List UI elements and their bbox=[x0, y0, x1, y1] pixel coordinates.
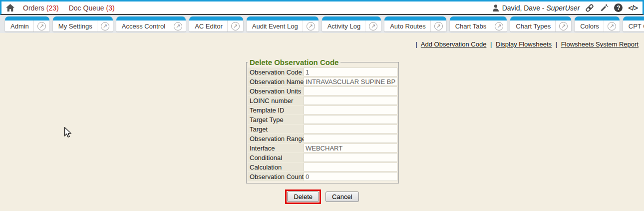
form-row-template-id: Template ID bbox=[248, 106, 397, 114]
tab-accent-bar bbox=[510, 16, 571, 20]
field-value bbox=[304, 115, 397, 124]
tab-my-settings[interactable]: My Settings ↗ bbox=[53, 16, 113, 32]
open-in-new-icon[interactable]: ↗ bbox=[430, 20, 446, 32]
form-row-observation-units: Observation Units bbox=[248, 86, 397, 96]
tab-ac-editor[interactable]: AC Editor ↗ bbox=[189, 16, 243, 32]
form-buttons: Delete Cancel bbox=[246, 190, 398, 204]
field-label: LOINC number bbox=[248, 96, 304, 105]
help-icon[interactable]: ? bbox=[614, 4, 623, 12]
content-area: | Add Observation Code | Display Flowshe… bbox=[0, 33, 644, 211]
form-row-calculation: Calculation bbox=[248, 162, 397, 172]
nav-doc-queue-label: Doc Queue bbox=[69, 4, 104, 12]
link-separator: | bbox=[416, 40, 417, 48]
link-display-flowsheets[interactable]: Display Flowsheets bbox=[496, 40, 552, 48]
tab-colors[interactable]: Colors ↗ bbox=[575, 16, 620, 32]
tab-label: Admin bbox=[10, 22, 29, 30]
nav-doc-queue[interactable]: Doc Queue (3) bbox=[69, 4, 115, 12]
open-in-new-icon[interactable]: ↗ bbox=[303, 20, 319, 32]
link-separator: | bbox=[556, 40, 557, 48]
tab-cpt-codes[interactable]: CPT Codes ↗ bbox=[623, 16, 644, 32]
form-row-observation-range: Observation Range bbox=[248, 134, 397, 143]
field-value bbox=[304, 96, 397, 105]
code-icon[interactable]: </> bbox=[628, 4, 638, 12]
home-button[interactable] bbox=[5, 4, 15, 12]
link-flowsheets-system-report[interactable]: Flowsheets System Report bbox=[561, 40, 639, 48]
magic-wand-icon[interactable] bbox=[600, 4, 609, 12]
tab-accent-bar bbox=[575, 16, 620, 20]
tab-label: Chart Types bbox=[516, 22, 551, 30]
tab-accent-bar bbox=[322, 16, 381, 20]
link-icon[interactable] bbox=[585, 4, 594, 12]
open-in-new-icon[interactable]: ↗ bbox=[365, 20, 381, 32]
tab-accent-bar bbox=[53, 16, 113, 20]
open-in-new-icon[interactable]: ↗ bbox=[170, 20, 186, 32]
user-role-text: SuperUser bbox=[546, 4, 580, 12]
field-value bbox=[304, 106, 397, 114]
tab-label: Auto Routes bbox=[390, 22, 426, 30]
field-label: Calculation bbox=[248, 162, 304, 172]
user-menu[interactable]: David, Dave - SuperUser bbox=[492, 4, 580, 12]
tab-label: My Settings bbox=[58, 22, 92, 30]
field-label: Observation Range bbox=[248, 134, 304, 143]
tab-label: AC Editor bbox=[195, 22, 223, 30]
tab-label: Chart Tabs bbox=[455, 22, 487, 30]
tab-access-control[interactable]: Access Control ↗ bbox=[116, 16, 186, 32]
tab-label: Colors bbox=[580, 22, 599, 30]
nav-orders[interactable]: Orders (23) bbox=[23, 4, 59, 12]
field-label: Conditional bbox=[248, 153, 304, 162]
top-header-bar: Orders (23) Doc Queue (3) David, Dave - … bbox=[0, 0, 644, 15]
tab-accent-bar bbox=[450, 16, 507, 20]
quick-links: | Add Observation Code | Display Flowshe… bbox=[414, 40, 639, 48]
cancel-button[interactable]: Cancel bbox=[325, 192, 358, 202]
field-value: INTRAVASCULAR SUPINE BP bbox=[304, 77, 397, 86]
field-label: Observation Code bbox=[248, 68, 304, 76]
field-value bbox=[304, 153, 397, 162]
link-add-observation-code[interactable]: Add Observation Code bbox=[421, 40, 487, 48]
annotation-highlight: Delete bbox=[285, 190, 321, 204]
field-value bbox=[304, 134, 397, 143]
admin-tab-bar: Admin ↗ My Settings ↗ Access Control ↗ A… bbox=[0, 15, 644, 33]
help-glyph: ? bbox=[617, 4, 620, 12]
field-value: 0 bbox=[304, 172, 397, 181]
delete-button[interactable]: Delete bbox=[287, 192, 319, 202]
link-separator: | bbox=[490, 40, 492, 48]
form-row-observation-name: Observation Name INTRAVASCULAR SUPINE BP bbox=[248, 77, 397, 86]
field-label: Target Type bbox=[248, 115, 304, 124]
user-icon bbox=[492, 4, 500, 12]
mouse-cursor bbox=[64, 127, 72, 138]
tab-accent-bar bbox=[5, 16, 49, 20]
tab-accent-bar bbox=[384, 16, 446, 20]
form-row-observation-code: Observation Code 1 bbox=[248, 68, 397, 76]
tab-accent-bar bbox=[189, 16, 243, 20]
field-value bbox=[304, 86, 397, 96]
tab-label: Activity Log bbox=[327, 22, 360, 30]
open-in-new-icon[interactable]: ↗ bbox=[555, 20, 571, 32]
tab-admin[interactable]: Admin ↗ bbox=[5, 16, 49, 32]
field-label: Template ID bbox=[248, 106, 304, 114]
tab-chart-tabs[interactable]: Chart Tabs ↗ bbox=[450, 16, 507, 32]
field-label: Interface bbox=[248, 144, 304, 152]
user-name: David, Dave - SuperUser bbox=[502, 4, 580, 12]
field-label: Observation Name bbox=[248, 77, 304, 86]
nav-orders-count: (23) bbox=[46, 4, 59, 12]
tab-activity-log[interactable]: Activity Log ↗ bbox=[322, 16, 381, 32]
form-title: Delete Observation Code bbox=[248, 58, 340, 66]
nav-doc-queue-count: (3) bbox=[106, 4, 115, 12]
tab-audit-event-log[interactable]: Audit Event Log ↗ bbox=[247, 16, 319, 32]
field-label: Observation Units bbox=[248, 86, 304, 96]
field-value: WEBCHART bbox=[304, 144, 397, 152]
code-glyph: </> bbox=[628, 4, 638, 12]
tab-chart-types[interactable]: Chart Types ↗ bbox=[510, 16, 571, 32]
tab-auto-routes[interactable]: Auto Routes ↗ bbox=[384, 16, 446, 32]
open-in-new-icon[interactable]: ↗ bbox=[227, 20, 243, 32]
nav-orders-label: Orders bbox=[23, 4, 44, 12]
tab-accent-bar bbox=[623, 16, 644, 20]
home-icon bbox=[5, 4, 15, 12]
open-in-new-icon[interactable]: ↗ bbox=[604, 20, 620, 32]
form-row-conditional: Conditional bbox=[248, 153, 397, 162]
open-in-new-icon[interactable]: ↗ bbox=[491, 20, 507, 32]
open-in-new-icon[interactable]: ↗ bbox=[33, 20, 49, 32]
open-in-new-icon[interactable]: ↗ bbox=[97, 20, 113, 32]
tab-accent-bar bbox=[116, 16, 186, 20]
form-row-interface: Interface WEBCHART bbox=[248, 144, 397, 152]
